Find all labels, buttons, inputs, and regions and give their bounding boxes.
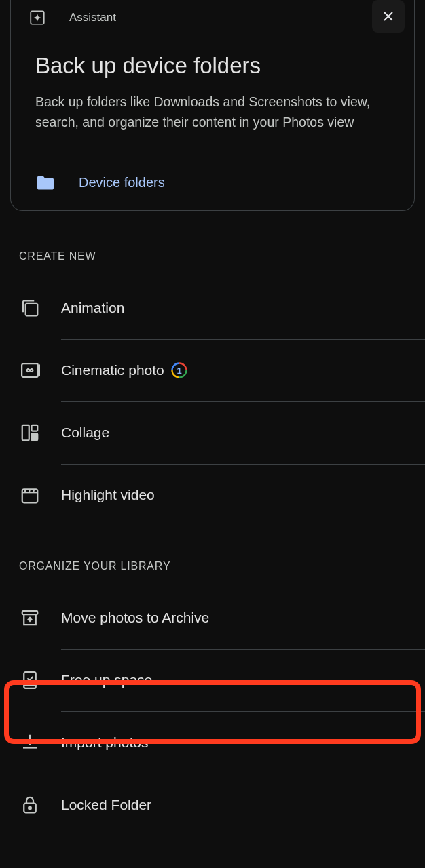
collage-label: Collage <box>61 425 109 441</box>
locked-folder-label: Locked Folder <box>61 797 151 813</box>
locked-folder[interactable]: Locked Folder <box>0 774 425 836</box>
svg-rect-6 <box>32 425 38 431</box>
collage-icon <box>19 422 41 443</box>
svg-rect-7 <box>32 433 38 440</box>
cinematic-icon <box>19 360 41 380</box>
svg-point-12 <box>29 807 31 810</box>
folder-icon <box>35 175 56 191</box>
import-label: Import photos <box>61 734 148 751</box>
animation-label: Animation <box>61 300 124 316</box>
assistant-card-description: Back up folders like Downloads and Scree… <box>11 79 414 132</box>
highlight-video-icon <box>19 485 41 505</box>
assistant-card-title: Back up device folders <box>11 33 414 79</box>
assistant-header-label: Assistant <box>69 11 116 24</box>
animation-icon <box>19 298 41 318</box>
svg-rect-9 <box>22 611 38 614</box>
lock-icon <box>19 795 41 815</box>
import-icon <box>19 732 41 753</box>
create-highlight-video[interactable]: Highlight video <box>0 465 425 526</box>
archive-label: Move photos to Archive <box>61 610 209 626</box>
device-folders-button[interactable]: Device folders <box>11 133 414 191</box>
free-space-icon <box>19 670 41 690</box>
create-collage[interactable]: Collage <box>0 402 425 464</box>
google-one-badge-icon: 1 <box>171 362 187 378</box>
svg-rect-1 <box>26 304 38 316</box>
import-photos[interactable]: Import photos <box>0 712 425 774</box>
close-icon <box>380 8 396 24</box>
assistant-card: Assistant Back up device folders Back up… <box>10 0 415 211</box>
section-header-organize: ORGANIZE YOUR LIBRARY <box>0 526 425 587</box>
svg-text:1: 1 <box>177 366 181 376</box>
cinematic-label: Cinematic photo <box>61 362 164 378</box>
assistant-sparkle-icon <box>29 9 46 26</box>
move-to-archive[interactable]: Move photos to Archive <box>0 587 425 649</box>
device-folders-label: Device folders <box>79 175 165 191</box>
section-header-create-new: CREATE NEW <box>0 211 425 277</box>
free-space-label: Free up space <box>61 672 152 688</box>
close-button[interactable] <box>372 0 405 33</box>
assistant-card-header: Assistant <box>11 0 414 33</box>
free-up-space[interactable]: Free up space <box>0 650 425 711</box>
svg-rect-5 <box>22 425 29 441</box>
create-cinematic-photo[interactable]: Cinematic photo 1 <box>0 340 425 401</box>
archive-icon <box>19 608 41 628</box>
highlight-video-label: Highlight video <box>61 487 155 503</box>
create-animation[interactable]: Animation <box>0 277 425 339</box>
